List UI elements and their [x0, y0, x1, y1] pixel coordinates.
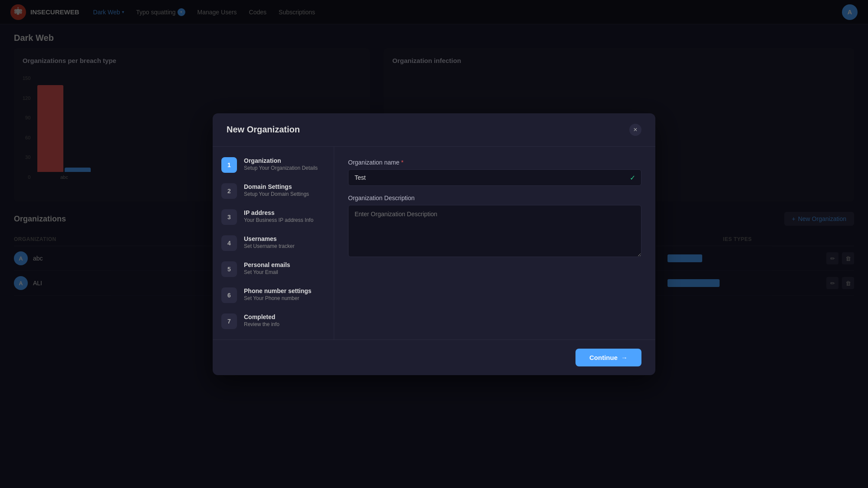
step-6[interactable]: 6 Phone number settings Set Your Phone n…: [221, 287, 325, 303]
org-desc-textarea[interactable]: [348, 205, 641, 257]
org-desc-label: Organization Description: [348, 195, 641, 201]
step-number-5: 5: [221, 261, 237, 277]
step-info-2: Domain Settings Setup Your Domain Settin…: [244, 183, 309, 197]
arrow-right-icon: →: [621, 354, 628, 361]
step-number-6: 6: [221, 287, 237, 303]
step-7[interactable]: 7 Completed Review the info: [221, 313, 325, 329]
modal-title: New Organization: [227, 125, 300, 135]
step-info-1: Organization Setup Your Organization Det…: [244, 157, 318, 171]
continue-button[interactable]: Continue →: [575, 349, 641, 366]
step-number-2: 2: [221, 183, 237, 199]
step-4[interactable]: 4 Usernames Set Username tracker: [221, 235, 325, 251]
step-number-7: 7: [221, 313, 237, 329]
modal-overlay: New Organization × 1 Organization Setup …: [0, 0, 868, 488]
checkmark-icon: ✓: [630, 173, 635, 181]
step-info-5: Personal emails Set Your Email: [244, 261, 290, 275]
required-asterisk: *: [401, 159, 403, 166]
org-name-input-wrapper: ✓: [348, 169, 641, 186]
step-info-4: Usernames Set Username tracker: [244, 235, 295, 249]
org-name-group: Organization name * ✓: [348, 159, 641, 186]
step-3[interactable]: 3 IP address Your Business IP address In…: [221, 209, 325, 225]
modal-header: New Organization ×: [213, 113, 655, 147]
new-organization-modal: New Organization × 1 Organization Setup …: [213, 113, 655, 375]
steps-sidebar: 1 Organization Setup Your Organization D…: [213, 147, 334, 340]
step-number-3: 3: [221, 209, 237, 225]
modal-footer: Continue →: [213, 340, 655, 375]
step-info-6: Phone number settings Set Your Phone num…: [244, 287, 312, 301]
modal-body: 1 Organization Setup Your Organization D…: [213, 147, 655, 340]
modal-close-button[interactable]: ×: [629, 124, 641, 136]
step-1[interactable]: 1 Organization Setup Your Organization D…: [221, 157, 325, 173]
form-area: Organization name * ✓ Organization Descr…: [334, 147, 655, 340]
org-name-label: Organization name *: [348, 159, 641, 166]
step-info-3: IP address Your Business IP address Info: [244, 209, 313, 223]
step-info-7: Completed Review the info: [244, 313, 279, 327]
org-desc-group: Organization Description: [348, 195, 641, 257]
step-number-4: 4: [221, 235, 237, 251]
step-2[interactable]: 2 Domain Settings Setup Your Domain Sett…: [221, 183, 325, 199]
org-name-input[interactable]: [348, 169, 641, 186]
step-number-1: 1: [221, 157, 237, 173]
step-5[interactable]: 5 Personal emails Set Your Email: [221, 261, 325, 277]
